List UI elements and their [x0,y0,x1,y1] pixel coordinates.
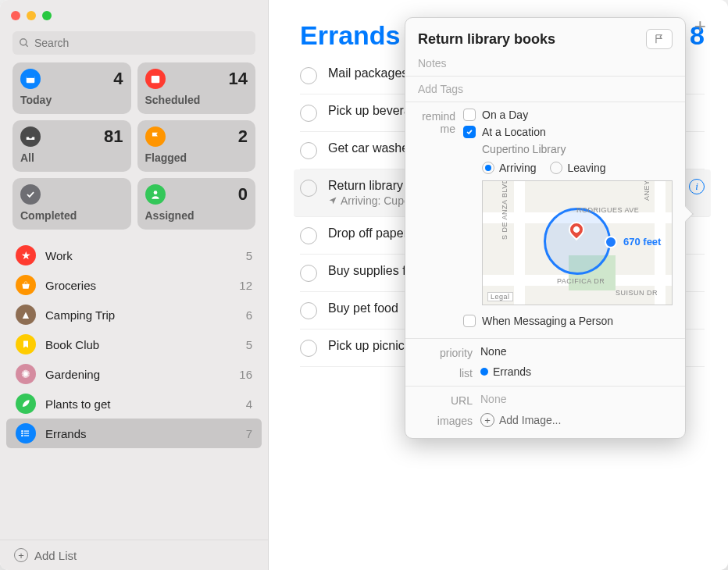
complete-toggle[interactable] [300,227,317,244]
bookmark-icon [16,334,36,354]
search-input[interactable] [34,37,249,49]
smart-count: 4 [113,69,123,89]
smart-label: Flagged [145,151,248,164]
add-list-button[interactable]: + Add List [0,540,268,570]
list-item-plants[interactable]: Plants to get 4 [0,389,268,419]
smart-label: All [20,151,123,164]
info-button[interactable]: i [689,179,705,194]
arriving-radio[interactable]: Arriving [482,162,536,174]
list-color-dot [480,368,488,376]
road-label: SUISUN DR [616,289,658,297]
map-legal-link[interactable]: Legal [487,292,513,301]
list-name: Work [45,249,237,262]
geofence-map[interactable]: S DE ANZA BLVD RODRIGUES AVE PACIFICA DR… [482,180,673,305]
notes-field[interactable]: Notes [405,54,685,73]
leaving-radio[interactable]: Leaving [550,162,605,174]
list-count: 5 [246,249,252,262]
priority-label: priority [418,345,480,359]
new-reminder-button[interactable]: + [694,14,706,38]
at-location-checkbox[interactable]: At a Location [463,126,673,138]
svg-rect-3 [27,76,35,78]
smart-count: 81 [104,126,123,147]
list-item-errands[interactable]: Errands 7 [6,419,262,448]
person-icon [145,184,166,205]
complete-toggle[interactable] [300,67,317,84]
list-item-bookclub[interactable]: Book Club 5 [0,330,268,359]
flag-button[interactable] [646,29,673,49]
list-count: 7 [246,427,252,440]
list-count: 12 [239,279,252,292]
star-icon: ★ [16,245,36,265]
geofence-handle[interactable] [605,236,617,248]
svg-point-11 [22,435,23,436]
road-label: ANEY AVE [643,180,651,201]
smart-label: Assigned [145,209,248,222]
my-lists: ★ Work 5 Groceries 12 ▲ Camping Trip 6 [0,234,268,540]
list-label: list [418,365,480,379]
search-field[interactable] [12,31,255,55]
list-icon [16,423,36,444]
plus-icon: + [14,548,28,562]
add-image-button[interactable]: + Add Image... [480,413,673,427]
list-item-gardening[interactable]: ✺ Gardening 16 [0,359,268,389]
remind-me-label: remind me [418,109,463,332]
list-count: 4 [246,397,252,411]
priority-value[interactable]: None [480,345,673,359]
close-traffic-light[interactable] [11,11,20,20]
smart-label: Completed [20,209,123,222]
svg-line-1 [26,45,28,47]
url-label: URL [418,393,480,407]
url-field[interactable]: None [480,393,673,407]
list-title: Errands [300,20,401,51]
smart-flagged[interactable]: 2 Flagged [137,120,256,172]
basket-icon [16,275,36,295]
smart-lists-grid: 4 Today 14 Scheduled 81 [0,62,268,234]
smart-label: Today [20,94,123,106]
images-label: images [418,413,480,427]
sun-icon: ✺ [16,364,36,384]
list-item-work[interactable]: ★ Work 5 [0,240,268,270]
checkbox-icon [463,109,476,121]
smart-count: 14 [229,69,248,89]
smart-scheduled[interactable]: 14 Scheduled [137,62,256,114]
on-a-day-checkbox[interactable]: On a Day [463,109,673,121]
list-name: Book Club [45,338,237,351]
sidebar: 4 Today 14 Scheduled 81 [0,0,269,570]
smart-assigned[interactable]: 0 Assigned [137,178,256,230]
tags-field[interactable]: Add Tags [405,80,685,98]
svg-rect-4 [151,76,159,83]
complete-toggle[interactable] [300,340,317,357]
calendar-icon [145,69,166,89]
complete-toggle[interactable] [300,105,317,122]
reminder-inspector: Return library books Notes Add Tags remi… [405,17,686,439]
svg-point-5 [153,191,157,194]
smart-today[interactable]: 4 Today [12,62,131,114]
list-name: Camping Trip [45,308,237,322]
list-item-camping[interactable]: ▲ Camping Trip 6 [0,300,268,330]
add-list-label: Add List [34,549,77,562]
smart-completed[interactable]: Completed [12,178,131,230]
list-name: Gardening [45,368,230,381]
inspector-title[interactable]: Return library books [418,31,555,48]
check-icon [20,184,41,205]
checkbox-icon [463,315,476,327]
titlebar [0,0,268,25]
app-window: 4 Today 14 Scheduled 81 [0,0,728,570]
minimize-traffic-light[interactable] [27,11,36,20]
zoom-traffic-light[interactable] [42,11,52,20]
list-item-groceries[interactable]: Groceries 12 [0,270,268,300]
list-selector[interactable]: Errands [480,365,673,379]
location-arrow-icon [328,196,337,205]
list-count: 16 [239,368,252,381]
plus-icon: + [480,413,494,427]
complete-toggle[interactable] [300,265,317,282]
complete-toggle[interactable] [300,142,317,159]
location-name: Cupertino Library [482,143,673,155]
radio-icon [482,162,494,174]
when-messaging-checkbox[interactable]: When Messaging a Person [463,315,673,327]
calendar-icon [20,69,41,89]
smart-all[interactable]: 81 All [12,120,131,172]
complete-toggle[interactable] [300,180,317,197]
complete-toggle[interactable] [300,302,317,319]
smart-count: 0 [238,184,248,205]
